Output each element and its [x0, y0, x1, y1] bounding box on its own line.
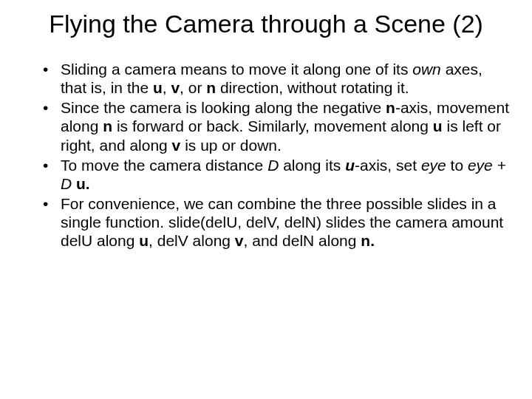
- bold-n: n: [103, 117, 112, 134]
- bold-u: u: [433, 117, 443, 134]
- bold-n: n.: [361, 232, 375, 249]
- text: is up or down.: [180, 137, 282, 154]
- text: to: [446, 157, 468, 174]
- bullet-3: To move the camera distance D along its …: [43, 156, 510, 193]
- slide: Flying the Camera through a Scene (2) Sl…: [0, 0, 532, 399]
- italic-eye: eye: [468, 157, 493, 174]
- text: Sliding a camera means to move it along …: [61, 61, 412, 78]
- italic-eye: eye: [421, 157, 446, 174]
- bullet-4: For convenience, we can combine the thre…: [43, 194, 510, 250]
- bold-u: u.: [76, 175, 90, 192]
- slide-title: Flying the Camera through a Scene (2): [22, 9, 510, 39]
- text: , delV along: [149, 232, 235, 249]
- bold-v: v: [172, 137, 181, 154]
- bold-n: n: [206, 79, 216, 96]
- bold-u: u: [153, 79, 163, 96]
- bold-italic-u: u: [345, 157, 355, 174]
- text: along its: [279, 157, 345, 174]
- text: direction, without rotating it.: [216, 79, 409, 96]
- text: , and delN along: [244, 232, 361, 249]
- bold-u: u: [139, 232, 149, 249]
- italic-d: D: [61, 175, 72, 192]
- text: , or: [180, 79, 206, 96]
- bold-v: v: [235, 232, 244, 249]
- text: ,: [163, 79, 171, 96]
- bullet-list: Sliding a camera means to move it along …: [22, 60, 510, 250]
- bullet-1: Sliding a camera means to move it along …: [43, 60, 510, 97]
- text: To move the camera distance: [61, 157, 267, 174]
- text: is forward or back. Similarly, movement …: [112, 117, 433, 134]
- bold-v: v: [171, 79, 180, 96]
- text: -axis, set: [355, 157, 421, 174]
- text: +: [493, 157, 506, 174]
- bold-n: n: [386, 99, 395, 116]
- italic-d: D: [267, 157, 279, 174]
- italic-own: own: [412, 61, 441, 78]
- bullet-2: Since the camera is looking along the ne…: [43, 98, 510, 154]
- text: Since the camera is looking along the ne…: [61, 99, 386, 116]
